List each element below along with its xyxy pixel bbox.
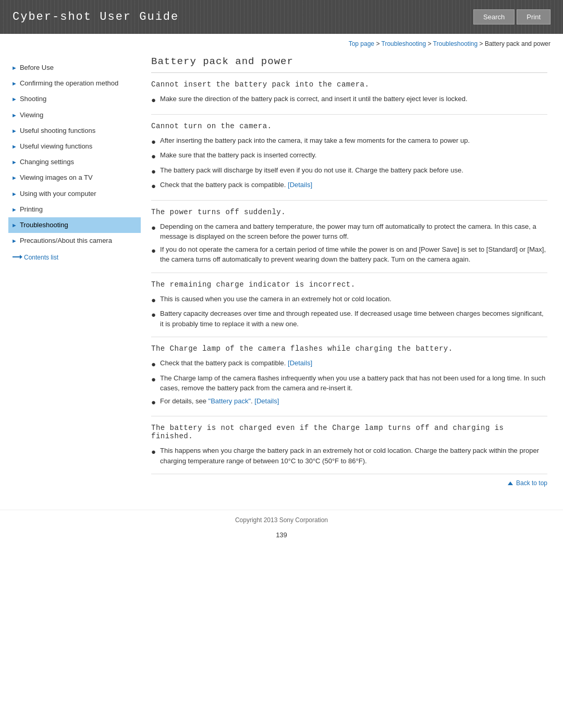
bullet-text: Make sure that the battery pack is inser… <box>160 150 316 161</box>
section-title: Cannot turn on the camera. <box>151 122 547 130</box>
list-item: ● This happens when you charge the batte… <box>151 446 547 466</box>
bullet-text: Check that the battery pack is compatibl… <box>160 358 312 368</box>
bullet-text: Depending on the camera and battery temp… <box>160 221 547 242</box>
sidebar-item-confirming[interactable]: ► Confirming the operation method <box>8 76 141 91</box>
list-item: ● Battery capacity decreases over time a… <box>151 309 547 329</box>
bullet-icon: ● <box>151 374 156 386</box>
breadcrumb: Top page > Troubleshooting > Troubleshoo… <box>0 34 563 52</box>
sidebar-item-troubleshooting[interactable]: ► Troubleshooting <box>8 217 141 233</box>
bullet-text: For details, see "Battery pack". [Detail… <box>160 396 279 406</box>
bullet-text: Check that the battery pack is compatibl… <box>160 180 312 190</box>
bullet-text: The battery pack will discharge by itsel… <box>160 165 463 176</box>
sidebar-item-precautions[interactable]: ► Precautions/About this camera <box>8 233 141 249</box>
bullet-text: This is caused when you use the camera i… <box>160 294 391 304</box>
sidebar-item-label: Changing settings <box>20 157 137 167</box>
section-title: The battery is not charged even if the C… <box>151 424 547 440</box>
sidebar-item-label: Using with your computer <box>20 189 137 199</box>
back-to-top-label: Back to top <box>516 479 547 487</box>
bullet-list: ● Check that the battery pack is compati… <box>151 358 547 408</box>
sidebar-item-useful-viewing[interactable]: ► Useful viewing functions <box>8 139 141 154</box>
section-title: The remaining charge indicator is incorr… <box>151 280 547 289</box>
header: Cyber-shot User Guide Search Print <box>0 0 563 34</box>
list-item: ● After inserting the battery pack into … <box>151 135 547 148</box>
bullet-icon: ● <box>151 294 156 306</box>
section-title: The power turns off suddenly. <box>151 208 547 216</box>
chevron-icon: ► <box>11 190 17 198</box>
section-cannot-insert: Cannot insert the battery pack into the … <box>151 73 547 115</box>
back-to-top: Back to top <box>151 474 547 489</box>
bullet-text: This happens when you charge the battery… <box>160 446 547 466</box>
sidebar-item-before-use[interactable]: ► Before Use <box>8 60 141 76</box>
details-link[interactable]: [Details] <box>288 359 312 367</box>
print-button[interactable]: Print <box>517 9 550 24</box>
chevron-icon: ► <box>11 95 17 103</box>
section-cannot-turn-on: Cannot turn on the camera. ● After inser… <box>151 115 547 201</box>
bullet-text: After inserting the battery pack into th… <box>160 135 470 146</box>
list-item: ● The battery pack will discharge by its… <box>151 165 547 178</box>
details-link[interactable]: [Details] <box>254 397 279 405</box>
bullet-list: ● This happens when you charge the batte… <box>151 446 547 466</box>
bullet-text: The Charge lamp of the camera flashes in… <box>160 373 547 393</box>
app-title: Cyber-shot User Guide <box>13 10 179 23</box>
bullet-text: Make sure the direction of the battery p… <box>160 94 468 104</box>
header-buttons: Search Print <box>473 9 550 24</box>
bullet-list: ● Make sure the direction of the battery… <box>151 94 547 106</box>
battery-pack-link[interactable]: "Battery pack" <box>209 397 251 405</box>
bullet-text: If you do not operate the camera for a c… <box>160 244 547 265</box>
bullet-icon: ● <box>151 222 156 234</box>
sidebar-item-label: Precautions/About this camera <box>20 236 137 245</box>
contents-list-link[interactable]: Contents list <box>8 249 141 264</box>
list-item: ● For details, see "Battery pack". [Deta… <box>151 396 547 409</box>
main-layout: ► Before Use ► Confirming the operation … <box>0 52 563 510</box>
section-title: The Charge lamp of the camera flashes wh… <box>151 344 547 353</box>
sidebar-item-label: Confirming the operation method <box>20 79 137 88</box>
sidebar-item-printing[interactable]: ► Printing <box>8 202 141 217</box>
list-item: ● Make sure that the battery pack is ins… <box>151 150 547 163</box>
bullet-list: ● Depending on the camera and battery te… <box>151 221 547 265</box>
chevron-icon: ► <box>11 143 17 151</box>
back-to-top-link[interactable]: Back to top <box>508 479 547 487</box>
details-link[interactable]: [Details] <box>288 181 312 189</box>
bullet-icon: ● <box>151 94 156 106</box>
breadcrumb-current: Battery pack and power <box>485 40 550 47</box>
chevron-icon: ► <box>11 112 17 119</box>
list-item: ● Depending on the camera and battery te… <box>151 221 547 242</box>
bullet-icon: ● <box>151 136 156 148</box>
sidebar: ► Before Use ► Confirming the operation … <box>0 52 141 499</box>
sidebar-item-label: Troubleshooting <box>20 220 137 230</box>
chevron-icon: ► <box>11 64 17 72</box>
breadcrumb-troubleshooting2[interactable]: Troubleshooting <box>433 40 478 47</box>
bullet-icon: ● <box>151 245 156 257</box>
list-item: ● The Charge lamp of the camera flashes … <box>151 373 547 393</box>
section-not-charged: The battery is not charged even if the C… <box>151 416 547 474</box>
sidebar-item-viewing-tv[interactable]: ► Viewing images on a TV <box>8 170 141 186</box>
bullet-icon: ● <box>151 166 156 178</box>
search-button[interactable]: Search <box>473 9 515 24</box>
list-item: ● Check that the battery pack is compati… <box>151 358 547 371</box>
bullet-icon: ● <box>151 180 156 192</box>
breadcrumb-troubleshooting1[interactable]: Troubleshooting <box>382 40 426 47</box>
sidebar-item-viewing[interactable]: ► Viewing <box>8 107 141 123</box>
breadcrumb-top[interactable]: Top page <box>349 40 374 47</box>
chevron-icon: ► <box>11 158 17 166</box>
sidebar-item-changing-settings[interactable]: ► Changing settings <box>8 154 141 170</box>
sidebar-item-computer[interactable]: ► Using with your computer <box>8 186 141 202</box>
bullet-icon: ● <box>151 151 156 163</box>
sidebar-item-label: Before Use <box>20 63 137 72</box>
bullet-icon: ● <box>151 446 156 458</box>
bullet-text: Battery capacity decreases over time and… <box>160 309 547 329</box>
contents-list-label: Contents list <box>24 254 58 261</box>
triangle-up-icon <box>508 482 513 485</box>
list-item: ● Check that the battery pack is compati… <box>151 180 547 192</box>
sidebar-item-label: Printing <box>20 205 137 214</box>
chevron-icon: ► <box>11 206 17 214</box>
content-area: Battery pack and power Cannot insert the… <box>141 52 563 499</box>
list-item: ● If you do not operate the camera for a… <box>151 244 547 265</box>
bullet-icon: ● <box>151 397 156 409</box>
list-item: ● Make sure the direction of the battery… <box>151 94 547 106</box>
sidebar-item-useful-shooting[interactable]: ► Useful shooting functions <box>8 123 141 139</box>
sidebar-item-label: Useful viewing functions <box>20 142 137 151</box>
list-item: ● This is caused when you use the camera… <box>151 294 547 306</box>
section-charge-lamp-flashes: The Charge lamp of the camera flashes wh… <box>151 337 547 416</box>
sidebar-item-shooting[interactable]: ► Shooting <box>8 91 141 107</box>
